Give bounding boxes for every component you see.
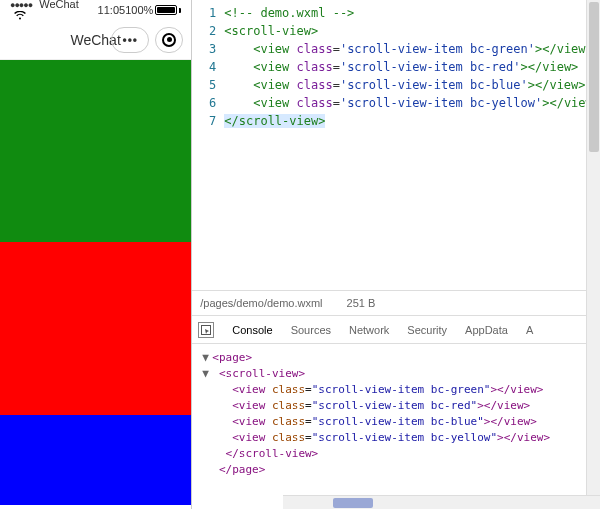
code-line[interactable]: 3 <view class='scroll-view-item bc-green… — [192, 40, 600, 58]
dom-node[interactable]: ▼<page> — [202, 350, 590, 366]
file-info-bar: /pages/demo/demo.wxml 251 B — [192, 290, 600, 316]
code-line[interactable]: 1<!-- demo.wxml --> — [192, 4, 600, 22]
signal-icon: ●●●●● — [10, 0, 32, 10]
clock-label: 11:05 — [98, 4, 126, 16]
scroll-view-item — [0, 415, 191, 505]
line-number: 5 — [192, 76, 224, 94]
scroll-view-item — [0, 242, 191, 415]
dom-node[interactable]: ▼ <scroll-view> — [202, 366, 590, 382]
devtools-tabs: ConsoleSourcesNetworkSecurityAppDataA — [192, 316, 600, 344]
scroll-view-item — [0, 60, 191, 242]
code-line[interactable]: 2<scroll-view> — [192, 22, 600, 40]
phone-nav-bar: WeChat ••• — [0, 20, 191, 60]
tab-console[interactable]: Console — [232, 324, 272, 336]
menu-button[interactable]: ••• — [111, 27, 149, 53]
elements-panel[interactable]: ▼<page>▼ <scroll-view> <view class="scro… — [192, 344, 600, 509]
dom-node[interactable]: <view class="scroll-view-item bc-red"></… — [202, 398, 590, 414]
capsule-buttons: ••• — [111, 27, 183, 53]
file-path: /pages/demo/demo.wxml — [200, 297, 322, 309]
code-editor[interactable]: 1<!-- demo.wxml -->2<scroll-view>3 <view… — [192, 0, 600, 290]
tab-network[interactable]: Network — [349, 324, 389, 336]
close-button[interactable] — [155, 27, 183, 53]
tab-appdata[interactable]: AppData — [465, 324, 508, 336]
line-number: 6 — [192, 94, 224, 112]
dom-node[interactable]: </page> — [202, 462, 590, 478]
code-line[interactable]: 4 <view class='scroll-view-item bc-red'>… — [192, 58, 600, 76]
phone-viewport[interactable] — [0, 60, 191, 509]
file-size: 251 B — [347, 297, 376, 309]
vertical-scrollbar[interactable] — [586, 0, 600, 495]
horizontal-scrollbar[interactable] — [283, 495, 600, 509]
dom-node[interactable]: </scroll-view> — [202, 446, 590, 462]
status-bar: ●●●●● WeChat 11:05 100% — [0, 0, 191, 20]
tab-sources[interactable]: Sources — [291, 324, 331, 336]
battery-indicator: 100% — [125, 4, 181, 16]
tab-a[interactable]: A — [526, 324, 533, 336]
carrier-label: WeChat — [39, 0, 79, 10]
signal-carrier: ●●●●● WeChat — [10, 0, 98, 22]
code-line[interactable]: 7</scroll-view> — [192, 112, 600, 130]
simulator-pane: ●●●●● WeChat 11:05 100% WeChat ••• — [0, 0, 192, 509]
line-number: 3 — [192, 40, 224, 58]
app-root: ●●●●● WeChat 11:05 100% WeChat ••• — [0, 0, 600, 509]
editor-pane: 1<!-- demo.wxml -->2<scroll-view>3 <view… — [192, 0, 600, 509]
dom-node[interactable]: <view class="scroll-view-item bc-green">… — [202, 382, 590, 398]
line-number: 1 — [192, 4, 224, 22]
target-icon — [162, 33, 176, 47]
battery-pct: 100% — [125, 4, 153, 16]
tab-security[interactable]: Security — [407, 324, 447, 336]
dom-node[interactable]: <view class="scroll-view-item bc-yellow"… — [202, 430, 590, 446]
dom-node[interactable]: <view class="scroll-view-item bc-blue"><… — [202, 414, 590, 430]
element-inspector-icon[interactable] — [198, 322, 214, 338]
code-line[interactable]: 5 <view class='scroll-view-item bc-blue'… — [192, 76, 600, 94]
code-line[interactable]: 6 <view class='scroll-view-item bc-yello… — [192, 94, 600, 112]
battery-icon — [155, 5, 177, 15]
line-number: 7 — [192, 112, 224, 130]
line-number: 4 — [192, 58, 224, 76]
line-number: 2 — [192, 22, 224, 40]
